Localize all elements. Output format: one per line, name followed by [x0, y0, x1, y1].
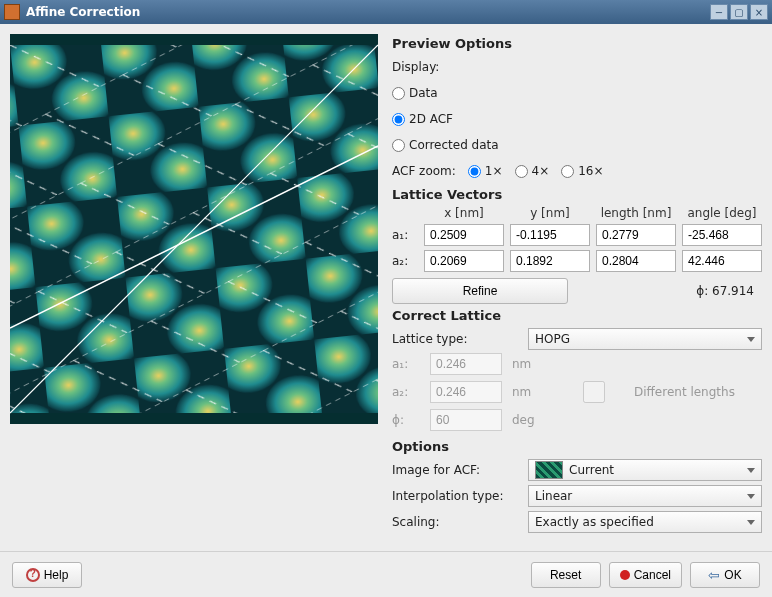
zoom-4x-label: 4× [532, 164, 550, 178]
correct-section-title: Correct Lattice [392, 308, 762, 323]
display-label: Display: [392, 60, 439, 74]
corr-a1-unit: nm [512, 357, 552, 371]
image-acf-label: Image for ACF: [392, 463, 522, 477]
lattice-grid: x [nm] y [nm] length [nm] angle [deg] a₁… [392, 206, 762, 272]
lattice-type-select[interactable]: HOPG [528, 328, 762, 350]
a2-label: a₂: [392, 254, 418, 268]
lattice-section-title: Lattice Vectors [392, 187, 762, 202]
preview-image [10, 34, 378, 424]
a1-x-input[interactable] [424, 224, 504, 246]
interp-value: Linear [535, 489, 572, 503]
scaling-select[interactable]: Exactly as specified [528, 511, 762, 533]
maximize-button[interactable]: ▢ [730, 4, 748, 20]
a1-ang-input[interactable] [682, 224, 762, 246]
ok-label: OK [724, 568, 741, 582]
phi-readout: ϕ: 67.914 [576, 284, 762, 298]
col-len: length [nm] [596, 206, 676, 220]
cancel-label: Cancel [634, 568, 671, 582]
a2-ang-input[interactable] [682, 250, 762, 272]
corr-a1-input [430, 353, 502, 375]
a2-y-input[interactable] [510, 250, 590, 272]
different-lengths-checkbox: Different lengths [558, 381, 762, 403]
options-section-title: Options [392, 439, 762, 454]
help-button[interactable]: Help [12, 562, 82, 588]
ok-button[interactable]: ⇦OK [690, 562, 760, 588]
image-swatch-icon [535, 461, 563, 479]
radio-corrected-label: Corrected data [409, 138, 499, 152]
different-lengths-label: Different lengths [634, 385, 735, 399]
interp-select[interactable]: Linear [528, 485, 762, 507]
help-label: Help [44, 568, 69, 582]
corr-phi-input [430, 409, 502, 431]
chevron-down-icon [747, 494, 755, 499]
radio-data-label: Data [409, 86, 438, 100]
radio-corrected[interactable]: Corrected data [392, 138, 499, 152]
lattice-type-label: Lattice type: [392, 332, 522, 346]
corr-phi-unit: deg [512, 413, 552, 427]
chevron-down-icon [747, 520, 755, 525]
a2-x-input[interactable] [424, 250, 504, 272]
a1-y-input[interactable] [510, 224, 590, 246]
dialog-footer: Help Reset Cancel ⇦OK [0, 551, 772, 597]
image-acf-value: Current [569, 463, 614, 477]
zoom-1x-label: 1× [485, 164, 503, 178]
col-ang: angle [deg] [682, 206, 762, 220]
refine-label: Refine [463, 284, 498, 298]
corr-a2-input [430, 381, 502, 403]
refine-button[interactable]: Refine [392, 278, 568, 304]
scaling-label: Scaling: [392, 515, 522, 529]
corr-a1-label: a₁: [392, 357, 424, 371]
app-icon [4, 4, 20, 20]
acf-zoom-label: ACF zoom: [392, 164, 456, 178]
lattice-type-value: HOPG [535, 332, 570, 346]
ok-icon: ⇦ [708, 567, 720, 583]
zoom-16x-label: 16× [578, 164, 603, 178]
radio-data[interactable]: Data [392, 86, 438, 100]
interp-label: Interpolation type: [392, 489, 522, 503]
help-icon [26, 568, 40, 582]
corr-a2-unit: nm [512, 385, 552, 399]
a2-len-input[interactable] [596, 250, 676, 272]
corr-a2-label: a₂: [392, 385, 424, 399]
radio-2d-acf[interactable]: 2D ACF [392, 112, 453, 126]
image-acf-select[interactable]: Current [528, 459, 762, 481]
cancel-icon [620, 570, 630, 580]
close-button[interactable]: × [750, 4, 768, 20]
a1-len-input[interactable] [596, 224, 676, 246]
chevron-down-icon [747, 468, 755, 473]
chevron-down-icon [747, 337, 755, 342]
preview-section-title: Preview Options [392, 36, 762, 51]
cancel-button[interactable]: Cancel [609, 562, 682, 588]
titlebar: Affine Correction − ▢ × [0, 0, 772, 24]
scaling-value: Exactly as specified [535, 515, 654, 529]
a1-label: a₁: [392, 228, 418, 242]
col-x: x [nm] [424, 206, 504, 220]
zoom-16x[interactable]: 16× [561, 164, 603, 178]
reset-button[interactable]: Reset [531, 562, 601, 588]
zoom-4x[interactable]: 4× [515, 164, 550, 178]
zoom-1x[interactable]: 1× [468, 164, 503, 178]
reset-label: Reset [550, 568, 581, 582]
radio-acf-label: 2D ACF [409, 112, 453, 126]
minimize-button[interactable]: − [710, 4, 728, 20]
window-title: Affine Correction [26, 5, 708, 19]
col-y: y [nm] [510, 206, 590, 220]
acf-preview-svg [10, 34, 378, 424]
corr-phi-label: ϕ: [392, 413, 424, 427]
